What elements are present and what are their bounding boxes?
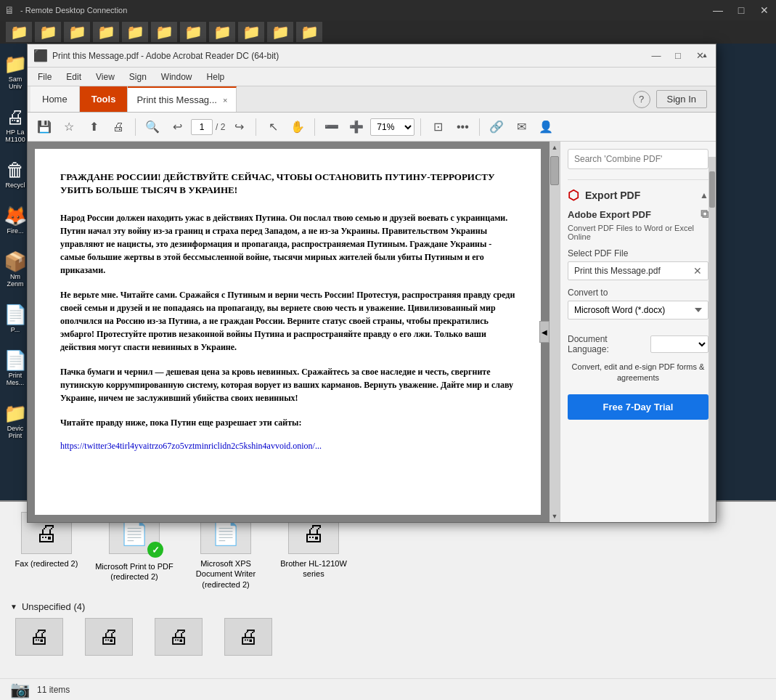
desktop-icon-pdf[interactable]: 📄 P... (1, 301, 29, 336)
menu-sign[interactable]: Sign (122, 70, 154, 84)
scroll-up-arrow[interactable]: ▲ (550, 142, 560, 153)
remote-desktop-bar: 🖥 - Remote Desktop Connection — □ ✕ (0, 0, 776, 20)
panel-search (568, 149, 708, 169)
hand-tool[interactable]: ✋ (287, 116, 309, 138)
selected-file-name: Print this Message.pdf (574, 266, 693, 276)
rd-maximize[interactable]: □ (730, 0, 753, 20)
export-pdf-icon: ⬡ (568, 187, 579, 203)
upload-button[interactable]: ⬆ (83, 116, 105, 138)
zoom-plus-button[interactable]: ➕ (346, 116, 367, 138)
zoom-minus-button[interactable]: ➖ (321, 116, 343, 138)
toolbar: 💾 ☆ ⬆ 🖨 🔍 ↩ / 2 ↪ ↖ ✋ ➖ ➕ 71% 50% 100% 1… (28, 113, 716, 142)
printer-item-xps[interactable]: 📄 Microsoft XPS Document Writer (redirec… (186, 512, 266, 590)
zoom-out-button[interactable]: 🔍 (142, 116, 163, 138)
desktop-folder-5[interactable]: 📁 (122, 22, 148, 42)
desktop-folder-8[interactable]: 📁 (209, 22, 235, 42)
unspecified-printer-3[interactable]: 🖨 (150, 618, 208, 656)
link-button[interactable]: 🔗 (486, 116, 507, 138)
toolbar-separator-4 (420, 118, 421, 136)
zoom-select[interactable]: 71% 50% 100% 150% (370, 118, 414, 136)
doc-lang-select[interactable] (650, 335, 708, 353)
bookmark-button[interactable]: ☆ (58, 116, 80, 138)
printer-label-brother: Brother HL-1210W series (277, 558, 350, 579)
tab-close-icon[interactable]: × (223, 96, 227, 105)
items-count-bar: 📷 11 items (0, 678, 776, 700)
export-pdf-title-row: ⬡ Export PDF (568, 187, 640, 203)
title-bar: ⬛ Print this Message.pdf - Adobe Acrobat… (28, 44, 716, 68)
convert-format-select[interactable]: Microsoft Word (*.docx) (568, 301, 708, 320)
account-button[interactable]: 👤 (535, 116, 557, 138)
scroll-thumb[interactable] (550, 156, 559, 185)
email-button[interactable]: ✉ (510, 116, 532, 138)
pdf-viewer[interactable]: ГРАЖДАНЕ РОССИИ! ДЕЙСТВУЙТЕ СЕЙЧАС, ЧТОБ… (28, 142, 560, 522)
desktop-icon-firefox[interactable]: 🦊 Fire... (1, 202, 29, 237)
pdf-paragraph-3: Пачка бумаги и чернил — дешевая цена за … (60, 365, 515, 404)
page-number-input[interactable] (191, 119, 213, 135)
rd-minimize[interactable]: — (706, 0, 730, 20)
desktop-folder-3[interactable]: 📁 (64, 22, 90, 42)
desktop-folder-4[interactable]: 📁 (93, 22, 119, 42)
menu-view[interactable]: View (89, 70, 122, 84)
export-pdf-section: ⬡ Export PDF ▲ Adobe Export PDF ⧉ Conver… (568, 179, 708, 427)
tab-active-doc[interactable]: Print this Messag... × (128, 86, 237, 112)
right-panel-scrollbar[interactable] (708, 157, 716, 522)
save-button[interactable]: 💾 (33, 116, 55, 138)
menu-help[interactable]: Help (200, 70, 232, 84)
minimize-button[interactable]: — (646, 47, 666, 65)
select-tool[interactable]: ↖ (262, 116, 284, 138)
window-title: Print this Message.pdf - Adobe Acrobat R… (52, 51, 646, 61)
desktop-icon-devices[interactable]: 📁 DevicPrint (1, 399, 29, 442)
next-page-button[interactable]: ↪ (228, 116, 250, 138)
right-scrollbar-thumb[interactable] (709, 171, 715, 208)
export-pdf-header[interactable]: ⬡ Export PDF ▲ (568, 180, 708, 208)
panel-search-input[interactable] (568, 149, 708, 169)
unspecified-label: Unspecified (4) (22, 601, 85, 612)
pdf-scrollbar[interactable]: ▲ ▼ (550, 142, 560, 522)
print-button[interactable]: 🖨 (107, 116, 129, 138)
selected-file-row: Print this Message.pdf ✕ (568, 261, 708, 280)
unspecified-printer-4[interactable]: 🖨 (219, 618, 277, 656)
tab-tools[interactable]: Tools (80, 86, 128, 112)
desktop-folder-10[interactable]: 📁 (267, 22, 293, 42)
prev-page-button[interactable]: ↩ (166, 116, 188, 138)
printer-label-xps: Microsoft XPS Document Writer (redirecte… (186, 558, 266, 590)
help-button[interactable]: ? (633, 91, 650, 108)
items-count: 11 items (37, 685, 70, 695)
scroll-track[interactable] (550, 153, 560, 510)
restore-button[interactable]: □ (668, 47, 688, 65)
desktop-folder-6[interactable]: 📁 (151, 22, 177, 42)
convert-to-label: Convert to (568, 288, 708, 298)
page-navigation: / 2 (191, 119, 225, 135)
desktop-icon-recycle[interactable]: 🗑 Recycl (1, 156, 29, 192)
desktop-icon-nm[interactable]: 📦 NmZenm (1, 248, 29, 290)
toolbar-separator-1 (135, 118, 136, 136)
signin-button[interactable]: Sign In (656, 90, 707, 108)
scroll-down-arrow[interactable]: ▼ (550, 510, 560, 522)
rd-close[interactable]: ✕ (753, 0, 776, 20)
desktop-icon-sam[interactable]: 📁 SamUniv (1, 50, 29, 93)
desktop-folder-9[interactable]: 📁 (238, 22, 264, 42)
menu-edit[interactable]: Edit (59, 70, 89, 84)
unspecified-header[interactable]: ▼ Unspecified (4) (10, 601, 766, 612)
trial-button[interactable]: Free 7-Day Trial (568, 394, 708, 420)
fit-page-button[interactable]: ⊡ (427, 116, 449, 138)
unspecified-printer-icon-2: 🖨 (85, 618, 133, 656)
menu-window[interactable]: Window (154, 70, 200, 84)
tab-home[interactable]: Home (30, 86, 80, 112)
remove-file-button[interactable]: ✕ (693, 265, 702, 277)
expand-panel-button[interactable]: ◀ (539, 321, 550, 343)
desktop-folder-7[interactable]: 📁 (180, 22, 206, 42)
tab-bar: Home Tools Print this Messag... × ? Sign… (28, 86, 716, 113)
unspecified-printer-2[interactable]: 🖨 (80, 618, 138, 656)
menu-file[interactable]: File (30, 70, 59, 84)
desktop-folder-2[interactable]: 📁 (35, 22, 61, 42)
desktop-folder-1[interactable]: 📁 (6, 22, 32, 42)
desktop-icon-hp[interactable]: 🖨 HP LaM1100 (1, 103, 29, 146)
unspecified-printer-1[interactable]: 🖨 (10, 618, 68, 656)
pdf-link[interactable]: https://twitter3e4tirl4yvaitrzo67zo5vztm… (60, 441, 515, 452)
unspecified-printers-row: 🖨 🖨 🖨 🖨 (10, 618, 766, 656)
more-tools-button[interactable]: ••• (452, 116, 473, 138)
menu-bar: File Edit View Sign Window Help (28, 68, 716, 86)
desktop-icon-printmes[interactable]: 📄 PrintMes... (1, 346, 29, 389)
desktop-folder-11[interactable]: 📁 (296, 22, 322, 42)
